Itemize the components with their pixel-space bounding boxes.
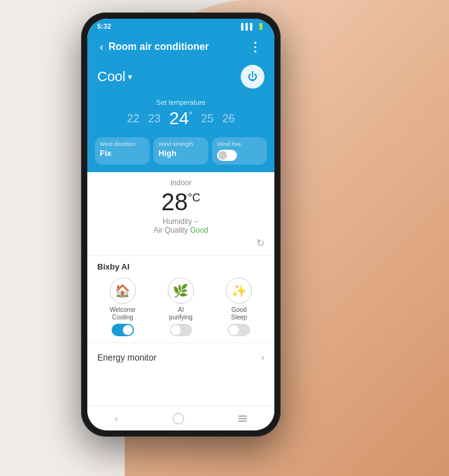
temperature-section: Set temperature 22 23 24° 25 26 (87, 96, 274, 134)
energy-monitor-row[interactable]: Energy monitor › (87, 343, 274, 372)
mode-row: Cool ▾ ⏻ (97, 65, 264, 89)
good-sleep-icon: ✨ (226, 278, 252, 304)
good-sleep-label: GoodSleep (231, 306, 248, 321)
mode-selector[interactable]: Cool ▾ (97, 69, 132, 85)
wind-direction-button[interactable]: Wind direction Fix (95, 137, 150, 165)
more-button[interactable]: ⋮ (249, 39, 262, 54)
wind-free-label: Wind free (217, 141, 241, 147)
welcome-cooling-toggle[interactable] (112, 324, 134, 336)
ai-purifying-toggle[interactable] (170, 324, 192, 336)
mode-dropdown-icon: ▾ (128, 72, 132, 82)
nav-home-button[interactable] (173, 413, 184, 424)
status-bar: 5:32 ▌▌▌ 🔋 (87, 19, 274, 34)
set-temperature-label: Set temperature (97, 99, 264, 106)
temp-25[interactable]: 25 (201, 112, 213, 125)
good-sleep-toggle-thumb (229, 325, 239, 335)
refresh-button[interactable]: ↻ (256, 237, 264, 249)
good-sleep-toggle[interactable] (228, 324, 250, 336)
ai-purifying-icon: 🌿 (168, 278, 194, 304)
welcome-cooling-icon: 🏠 (110, 278, 136, 304)
temperature-row: 22 23 24° 25 26 (97, 109, 264, 129)
bixby-item-good-sleep: ✨ GoodSleep (214, 278, 264, 336)
bixby-title: Bixby AI (97, 262, 264, 271)
temp-23[interactable]: 23 (148, 112, 161, 125)
temp-26[interactable]: 26 (222, 112, 234, 125)
mode-section: Cool ▾ ⏻ (87, 60, 274, 96)
battery-icon: 🔋 (257, 23, 264, 30)
bixby-section: Bixby AI 🏠 WelcomeCooling 🌿 AIpurifying (87, 256, 274, 343)
controls-section: Wind direction Fix Wind strength High Wi… (87, 134, 274, 172)
wind-strength-value: High (158, 148, 203, 158)
nav-line-3 (238, 420, 247, 422)
degree-symbol: ° (189, 110, 193, 120)
ai-purifying-toggle-thumb (171, 325, 181, 335)
indoor-temp-value: 28 (162, 189, 188, 215)
welcome-cooling-toggle-thumb (123, 325, 133, 335)
bottom-navigation: ‹ (87, 406, 274, 430)
bixby-item-welcome-cooling: 🏠 WelcomeCooling (97, 278, 148, 336)
energy-monitor-chevron: › (261, 352, 264, 363)
back-button[interactable]: ‹ (100, 41, 104, 54)
nav-line-2 (238, 418, 247, 419)
nav-recent-button[interactable] (238, 415, 247, 422)
bixby-items: 🏠 WelcomeCooling 🌿 AIpurifying (97, 278, 264, 336)
power-icon: ⏻ (248, 71, 258, 82)
nav-back-button[interactable]: ‹ (115, 413, 118, 424)
temp-22[interactable]: 22 (127, 112, 140, 125)
indoor-title: Indoor (97, 178, 264, 187)
ai-purifying-label: AIpurifying (169, 306, 193, 321)
wind-strength-label: Wind strength (158, 141, 203, 147)
wind-direction-label: Wind direction (100, 141, 145, 147)
wind-strength-button[interactable]: Wind strength High (153, 137, 208, 165)
status-icons: ▌▌▌ 🔋 (241, 23, 264, 30)
mode-label-text: Cool (97, 69, 125, 85)
air-quality-label: Air Quality (153, 226, 188, 235)
indoor-humidity: Humidity -- (97, 217, 264, 226)
indoor-section: Indoor 28°C Humidity -- Air Quality Good… (87, 172, 274, 256)
phone-screen: 5:32 ▌▌▌ 🔋 ‹ Room air conditioner ⋮ Cool… (87, 19, 274, 430)
page-title: Room air conditioner (109, 41, 244, 52)
wind-free-button[interactable]: Wind free (212, 137, 267, 165)
power-button[interactable]: ⏻ (241, 65, 264, 89)
air-quality-value: Good (190, 226, 208, 235)
nav-bar: ‹ Room air conditioner ⋮ (87, 34, 274, 60)
nav-line-1 (238, 415, 247, 417)
phone-frame: 5:32 ▌▌▌ 🔋 ‹ Room air conditioner ⋮ Cool… (81, 12, 281, 437)
indoor-temperature: 28°C (97, 190, 264, 216)
wind-free-toggle-thumb (218, 151, 227, 160)
status-time: 5:32 (97, 22, 111, 30)
bixby-item-ai-purifying: 🌿 AIpurifying (155, 278, 206, 336)
indoor-temp-unit: °C (188, 192, 200, 204)
refresh-row: ↻ (97, 237, 264, 249)
temp-24-active[interactable]: 24° (170, 109, 193, 129)
wind-direction-value: Fix (100, 148, 145, 158)
signal-icon: ▌▌▌ (241, 23, 254, 30)
phone-wrapper: 5:32 ▌▌▌ 🔋 ‹ Room air conditioner ⋮ Cool… (81, 12, 281, 437)
wind-free-toggle[interactable] (217, 150, 237, 161)
energy-monitor-label: Energy monitor (97, 352, 157, 362)
welcome-cooling-label: WelcomeCooling (110, 306, 136, 321)
indoor-air-quality: Air Quality Good (97, 226, 264, 235)
